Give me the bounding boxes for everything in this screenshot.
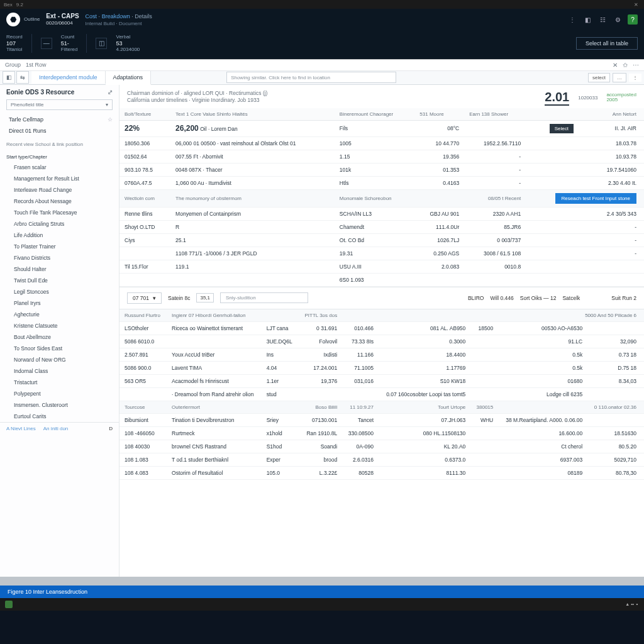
menu-icon[interactable]: ⋮ [567,14,577,25]
sidebar-item[interactable]: Records About Nessage [0,196,119,207]
filter-bar: 07 701▾ Satein 8c 35,1 Sniy-sludition BL… [119,287,644,309]
table-row[interactable]: 6S0 1.093 [119,273,644,286]
table-row[interactable]: 5086 900.0Lavent TIMA4.0417.24.00171.100… [119,361,644,374]
tab-swap-icon[interactable]: ⇆ [16,71,29,84]
table-row[interactable]: Renne tllinsMonyemen of ContainprismSCHA… [119,207,644,220]
sidebar-item[interactable]: Eurtoul Carits [0,411,119,422]
filter-period-dd[interactable]: 07 701▾ [127,292,162,304]
select-row-button[interactable]: Select [550,124,574,133]
filter-col-1[interactable]: Will 0.446 [490,295,513,301]
select-all-button[interactable]: Select all in table [576,37,638,50]
sidebar-footer-b[interactable]: An initi don [43,426,69,431]
table-row[interactable]: Shoyt O.LTDRChamendt111.4.0Ur85.JR6- [119,220,644,233]
sidebar-item[interactable]: Tristacturt [0,377,119,388]
light-star-icon[interactable]: ✩ [623,62,628,69]
crumb-cost[interactable]: Cost [86,13,97,19]
stat-0-value: 107 [6,40,23,47]
sidebar-item[interactable]: To Plaster Trainer [0,241,119,252]
sidebar-dropdown[interactable]: Phenofield title [6,99,113,110]
sidebar-item[interactable]: Life Addition [0,230,119,241]
sidebar-item[interactable]: Norward of New ORG [0,354,119,365]
table-header[interactable] [526,108,579,121]
table-row[interactable]: Ciys25.1Ot. CO Bd1026.7LJ0 003/737- [119,233,644,247]
main-content: Chairman dominion of · aligned LOR QUI ·… [119,85,644,577]
table-row[interactable]: 5086 6010.03UE.DQ6LFolvovil73.33 8Is0.30… [119,335,644,348]
crumb-breakdown[interactable]: Breakdown [102,13,130,19]
expand-icon[interactable]: ⤢ [108,89,113,96]
tab-interdependent[interactable]: Interdependent module [31,71,106,84]
titlebar-sub: 9.2 [16,2,23,8]
sidebar-item[interactable]: Planel Iryrs [0,297,119,309]
sidebar-footer-c[interactable]: D [109,426,113,431]
table-row[interactable]: LSOtholerRiceca oo Wainettot tismerantLJ… [119,321,644,335]
table-row-highlight[interactable]: 22% 26,200 Oil · Lorem Dan Fils 08°C Sel… [119,120,644,136]
table-header[interactable]: Earn 138 Shower [464,108,526,121]
table-row[interactable]: 18050.30606,000 01 00500 · vast reinshou… [119,136,644,150]
sidebar-footer-a[interactable]: A Nievt Lines [6,426,36,431]
sidebar-item[interactable]: Kristene Clatsuete [0,320,119,331]
table-header[interactable]: Bineremount Chaorager [335,108,414,121]
system-tray[interactable]: ▲ •• ⚬ [625,602,639,607]
sidebar-item[interactable]: Twist Dull Ede [0,275,119,286]
research-button[interactable]: Reseach test Front Input stone [555,193,636,204]
table-header[interactable]: Bolt/Texture [119,108,170,121]
table-row[interactable]: 0760A.47.51,060 00 Au · IturndivistHtls0… [119,176,644,189]
light-crumb-a[interactable]: Group [5,62,21,68]
light-close-icon[interactable]: ✕ [613,62,618,69]
table-row[interactable]: 563 OR5Acacmodel fs Hinriscust1.1er19,37… [119,374,644,387]
gear-icon[interactable]: ⚙ [613,14,623,25]
sidebar-item[interactable]: Bout Abellmoze [0,331,119,343]
filter-col-5[interactable]: Suit Run 2 [611,295,636,301]
table-row[interactable]: 903.10 78.50048 087X · Thacer101k01.353-… [119,163,644,176]
table-header[interactable]: Ann Netort [579,108,644,121]
sidebar-item[interactable]: Arbro Cictaling Struts [0,218,119,230]
ellipsis-button[interactable]: … [613,73,626,82]
sidebar-item[interactable]: Tarle Cellmap [0,114,119,125]
help-badge[interactable]: ? [628,14,638,25]
filter-search[interactable]: Sniy-sludition [220,292,308,303]
taskbar-app-icon[interactable] [5,601,13,608]
select-mini-button[interactable]: select [588,73,610,82]
sidebar-item[interactable]: Should Halter [0,264,119,275]
search-input[interactable]: Showing similar. Click here to find in l… [226,72,396,83]
sidebar-item[interactable]: Insmersen. Clusteroort [0,399,119,411]
filter-col-0[interactable]: BLIRO [468,295,484,301]
sidebar-item[interactable]: Aghecturie [0,309,119,320]
table-row[interactable]: 108 4.083Ostorim of Resultatiol105.0L.3.… [119,466,644,479]
table-row[interactable]: 108 1.083T od.1 studer BerthiaknlExperbr… [119,453,644,466]
sidebar-item[interactable]: Interleave Road Change [0,184,119,196]
sidebar-item[interactable]: To Snoor Sides East [0,343,119,354]
table-row[interactable]: 1108 771/1 -1/0006 / 3 JER PGLD19.310.25… [119,247,644,260]
grid-icon[interactable]: ☷ [597,14,608,25]
table-header[interactable]: 531 Moore [414,108,464,121]
sidebar-item[interactable]: Touch File Tank Placesaye [0,207,119,218]
sidebar-item[interactable]: Management for Result List [0,173,119,184]
table-row[interactable]: Til 15.Flor119.1USU A.III2.0.0830010.8 [119,260,644,273]
table-row[interactable]: 108 40030brownel CNS RastrandS1hodSoandi… [119,440,644,453]
table-row[interactable]: 108 -466050Rurtmeckx1holdRan 1910.8L330.… [119,426,644,440]
table-row[interactable]: BibursiontTination ti DevolbrerustronSri… [119,413,644,426]
calendar-icon[interactable]: ◫ [96,38,107,49]
table-row[interactable]: · Dreamool from Rand atrehir olionstud0.… [119,387,644,401]
filter-count-dd[interactable]: 35,1 [196,293,214,303]
sidebar-item[interactable]: Frasen scalar [0,162,119,173]
sidebar-item[interactable]: Fivano Districts [0,252,119,264]
window-close-icon[interactable]: ✕ [631,2,640,8]
filter-col-2[interactable]: Sort Oiks — 12 [520,295,557,301]
filter-col-3[interactable]: Satcelk [562,295,580,301]
light-more-icon[interactable]: ⋯ [633,62,639,69]
hl-amount: 26,200 [175,124,199,133]
table-row[interactable]: 01502.64007.55 Ft · Abornivit1.1519.356-… [119,150,644,163]
tab-adaptations[interactable]: Adaptations [106,71,152,85]
layout-icon[interactable]: ◧ [582,14,592,25]
kebab-icon[interactable]: ⋮ [629,74,641,82]
light-crumb-b[interactable]: 1st Row [26,62,47,68]
hl-d: 08°C [414,120,464,136]
sidebar-item[interactable]: Polypepent [0,388,119,399]
sidebar-item[interactable]: Indornal Class [0,365,119,377]
table-header[interactable]: Text 1 Core Value Shinfo Hialtés [170,108,335,121]
tab-layout-icon[interactable]: ◧ [3,71,15,84]
table-row[interactable]: 2.507.891Youx AccUd triBerInsIxdisti11.1… [119,348,644,361]
sidebar-item[interactable]: Legil Stoncoes [0,286,119,297]
sidebar-item[interactable]: Direct 01 Runs [0,125,119,136]
